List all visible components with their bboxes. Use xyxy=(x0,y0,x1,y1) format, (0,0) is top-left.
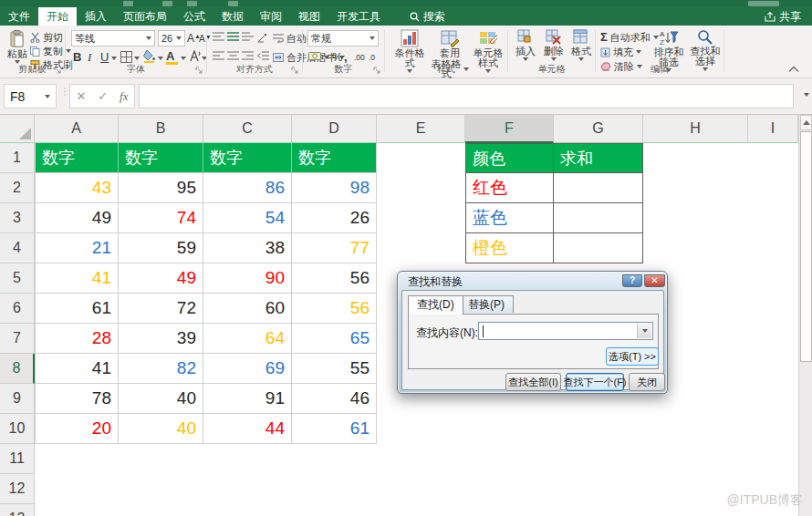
cell-D4[interactable]: 77 xyxy=(292,233,377,263)
row-header-4[interactable]: 4 xyxy=(0,233,35,263)
row-header-13[interactable]: 13 xyxy=(0,504,35,516)
cell-C3[interactable]: 54 xyxy=(203,203,292,233)
row-header-1[interactable]: 1 xyxy=(0,143,35,173)
cell-B3[interactable]: 74 xyxy=(119,203,203,233)
row-header-10[interactable]: 10 xyxy=(0,414,35,444)
cell-F4[interactable]: 橙色 xyxy=(465,233,554,263)
cell-A1[interactable]: 数字 xyxy=(35,143,119,173)
column-header-E[interactable]: E xyxy=(377,115,465,143)
borders-icon[interactable] xyxy=(120,51,132,63)
cell-A3[interactable]: 49 xyxy=(35,203,119,233)
clipboard-dialog-launcher[interactable] xyxy=(54,67,62,75)
ribbon-tab-审阅[interactable]: 审阅 xyxy=(252,7,290,26)
row-header-3[interactable]: 3 xyxy=(0,203,35,233)
quick-access-toolbar[interactable] xyxy=(0,0,812,7)
options-button[interactable]: 选项(T) >> xyxy=(606,347,659,366)
find-next-button[interactable]: 查找下一个(F) xyxy=(566,373,624,391)
cell-C6[interactable]: 60 xyxy=(203,294,292,324)
cell-C1[interactable]: 数字 xyxy=(203,143,292,173)
column-header-C[interactable]: C xyxy=(203,115,292,143)
align-top-icon[interactable] xyxy=(213,32,224,42)
row-header-7[interactable]: 7 xyxy=(0,324,35,354)
cell-C8[interactable]: 69 xyxy=(203,354,292,384)
cell-F2[interactable]: 红色 xyxy=(465,173,554,203)
cell-D9[interactable]: 46 xyxy=(292,384,377,414)
number-dialog-launcher[interactable] xyxy=(373,67,381,75)
cell-B10[interactable]: 40 xyxy=(119,414,203,444)
share-button[interactable]: 共享 xyxy=(754,7,812,26)
fill-color-icon[interactable] xyxy=(143,49,156,63)
ribbon-tab-数据[interactable]: 数据 xyxy=(213,7,252,26)
cell-A2[interactable]: 43 xyxy=(35,173,119,203)
formula-input[interactable] xyxy=(139,84,794,108)
cell-C9[interactable]: 91 xyxy=(203,384,292,414)
cell-A10[interactable]: 20 xyxy=(35,414,119,444)
find-what-input[interactable] xyxy=(478,322,653,340)
font-dialog-launcher[interactable] xyxy=(195,67,203,75)
align-left-icon[interactable] xyxy=(213,51,224,61)
column-header-A[interactable]: A xyxy=(35,115,119,143)
cell-A6[interactable]: 61 xyxy=(35,294,119,324)
cell-A5[interactable]: 41 xyxy=(35,263,119,294)
name-box[interactable]: F8 xyxy=(4,84,57,108)
cell-F3[interactable]: 蓝色 xyxy=(465,203,554,233)
row-header-11[interactable]: 11 xyxy=(0,444,35,474)
fill-button[interactable]: 填充 xyxy=(600,46,641,58)
cell-G1[interactable]: 求和 xyxy=(554,143,643,173)
find-replace-dialog[interactable]: 查找和替换 ? ✕ 查找(D) 替换(P) 查找内容(N): 选项(T) >> … xyxy=(397,271,668,394)
borders-dropdown[interactable] xyxy=(134,57,140,60)
cell-C2[interactable]: 86 xyxy=(203,173,292,203)
cell-D7[interactable]: 65 xyxy=(292,324,377,354)
align-right-icon[interactable] xyxy=(242,51,254,61)
cell-C5[interactable]: 90 xyxy=(203,263,292,294)
row-header-8[interactable]: 8 xyxy=(0,354,35,384)
cell-G2[interactable] xyxy=(554,173,643,203)
ribbon-tab-公式[interactable]: 公式 xyxy=(175,7,213,26)
insert-cells-button[interactable]: 插入 xyxy=(513,29,538,61)
vertical-scrollbar[interactable] xyxy=(798,115,812,516)
ribbon-tab-页面布局[interactable]: 页面布局 xyxy=(115,7,175,26)
cell-B8[interactable]: 82 xyxy=(119,354,203,384)
find-all-button[interactable]: 查找全部(I) xyxy=(505,373,561,391)
ribbon-tab-开发工具[interactable]: 开发工具 xyxy=(328,7,389,26)
align-middle-icon[interactable] xyxy=(227,32,239,42)
accounting-format-icon[interactable] xyxy=(308,51,322,61)
find-what-dropdown[interactable] xyxy=(637,324,651,338)
number-format-combo[interactable]: 常规 xyxy=(307,30,379,46)
tab-replace[interactable]: 替换(P) xyxy=(459,295,514,313)
alignment-dialog-launcher[interactable] xyxy=(291,67,299,75)
underline-dropdown[interactable] xyxy=(111,57,117,60)
row-header-12[interactable]: 12 xyxy=(0,474,35,504)
scroll-up-button[interactable] xyxy=(800,115,812,130)
expand-formula-bar-icon[interactable] xyxy=(804,93,809,97)
cell-C4[interactable]: 38 xyxy=(203,233,292,263)
cancel-icon[interactable]: ✕ xyxy=(76,89,86,103)
cell-F1[interactable]: 颜色 xyxy=(465,143,554,173)
column-header-I[interactable]: I xyxy=(748,115,798,143)
column-header-B[interactable]: B xyxy=(119,115,203,143)
comma-style-button[interactable]: , xyxy=(344,50,348,64)
ribbon-tab-插入[interactable]: 插入 xyxy=(77,7,115,26)
cell-G3[interactable] xyxy=(554,203,643,233)
decrease-indent-icon[interactable] xyxy=(257,51,269,61)
format-cells-button[interactable]: 格式 xyxy=(568,29,594,61)
tab-find[interactable]: 查找(D) xyxy=(408,295,463,315)
cell-A9[interactable]: 78 xyxy=(35,384,119,414)
orientation-icon[interactable] xyxy=(257,31,269,43)
cut-button[interactable]: 剪切 xyxy=(30,31,63,44)
dialog-help-button[interactable]: ? xyxy=(622,274,642,287)
paste-button[interactable]: 粘贴 xyxy=(5,30,29,64)
row-header-9[interactable]: 9 xyxy=(0,384,35,414)
font-name-combo[interactable]: 等线 xyxy=(71,30,155,46)
bold-button[interactable]: B xyxy=(73,50,81,64)
phonetic-icon[interactable] xyxy=(189,50,202,62)
font-color-dropdown[interactable] xyxy=(181,57,186,60)
column-header-F[interactable]: F xyxy=(465,115,554,143)
select-all-corner[interactable] xyxy=(0,115,35,143)
cell-B6[interactable]: 72 xyxy=(119,294,203,324)
cell-C10[interactable]: 44 xyxy=(203,414,292,444)
name-box-dropdown[interactable] xyxy=(45,95,50,98)
column-header-D[interactable]: D xyxy=(292,115,377,143)
cell-B2[interactable]: 95 xyxy=(119,173,203,203)
row-header-2[interactable]: 2 xyxy=(0,173,35,203)
